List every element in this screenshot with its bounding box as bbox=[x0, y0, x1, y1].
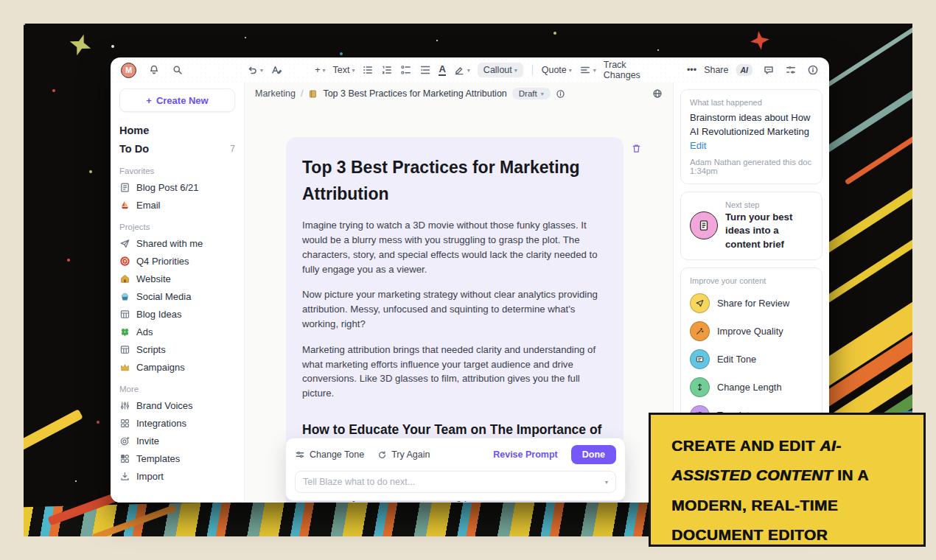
comments-icon[interactable] bbox=[763, 64, 775, 76]
revise-prompt-button[interactable]: Revise Prompt bbox=[493, 449, 558, 460]
delete-block-icon[interactable] bbox=[631, 143, 642, 154]
sidebar-item-website[interactable]: Website bbox=[119, 270, 235, 287]
more-options-icon[interactable]: ••• bbox=[687, 65, 696, 75]
undo-button[interactable]: ▾ bbox=[246, 64, 263, 76]
cupcake-icon bbox=[119, 291, 130, 302]
improve-item-improve-quality[interactable]: Improve Quality bbox=[690, 321, 813, 341]
info-icon[interactable] bbox=[556, 89, 565, 99]
bullet-list-icon[interactable] bbox=[362, 64, 374, 76]
sidebar-item-import[interactable]: Import bbox=[119, 467, 235, 485]
doc-paragraph[interactable]: Marketing attribution brings that needed… bbox=[302, 343, 607, 401]
house-icon bbox=[119, 273, 130, 284]
workspace-logo[interactable]: M bbox=[121, 63, 136, 78]
document-area: Marketing / Top 3 Best Practices for Mar… bbox=[245, 83, 673, 503]
caption-box: CREATE AND EDIT AI-ASSISTED CONTENT IN A… bbox=[649, 413, 926, 547]
table-icon bbox=[119, 309, 130, 320]
track-changes-button[interactable]: Track Changes bbox=[604, 60, 661, 80]
text-color-button[interactable]: A bbox=[439, 64, 445, 76]
sidebar-item-q4-priorities[interactable]: Q4 Priorities bbox=[119, 252, 235, 270]
search-icon[interactable] bbox=[172, 64, 184, 76]
tone-sliders-icon bbox=[295, 449, 305, 460]
projects-section-label: Projects bbox=[119, 223, 235, 231]
ai-panel-icon[interactable]: AI bbox=[736, 64, 753, 76]
status-badge[interactable]: Draft▾ bbox=[512, 88, 551, 99]
align-dropdown[interactable]: ▾ bbox=[579, 64, 596, 76]
insert-block-button[interactable]: +▾ bbox=[315, 65, 325, 75]
share-button[interactable]: Share bbox=[704, 65, 728, 75]
sidebar-item-email[interactable]: Email bbox=[119, 196, 235, 214]
next-step-title: Turn your best ideas into a content brie… bbox=[725, 211, 813, 251]
tasks-icon[interactable] bbox=[785, 64, 797, 76]
next-step-card[interactable]: Next step Turn your best ideas into a co… bbox=[680, 192, 823, 260]
last-happened-meta: Adam Nathan generated this doc 1:34pm bbox=[690, 158, 813, 175]
change-length-icon bbox=[690, 377, 710, 397]
favorites-section-label: Favorites bbox=[119, 167, 235, 175]
info-icon[interactable] bbox=[807, 64, 819, 76]
import-icon bbox=[119, 471, 130, 482]
grid-icon bbox=[119, 418, 130, 429]
document-canvas[interactable]: Top 3 Best Practices for Marketing Attri… bbox=[245, 105, 673, 503]
logo-letter: M bbox=[125, 66, 132, 74]
sidebar-item-integrations[interactable]: Integrations bbox=[119, 414, 235, 432]
improve-item-edit-tone[interactable]: Edit Tone bbox=[690, 349, 813, 369]
bell-icon[interactable] bbox=[148, 64, 160, 76]
paper-plane-icon bbox=[119, 238, 130, 249]
globe-icon[interactable] bbox=[652, 88, 663, 99]
improve-item-share-for-review[interactable]: Share for Review bbox=[690, 293, 813, 313]
checklist-icon[interactable] bbox=[400, 64, 412, 76]
improve-item-change-length[interactable]: Change Length bbox=[690, 377, 813, 397]
doc-paragraph[interactable]: Imagine trying to watch a 3D movie witho… bbox=[302, 218, 607, 276]
numbered-list-icon[interactable] bbox=[381, 64, 393, 76]
comic-streak bbox=[24, 409, 83, 456]
sidebar-item-todo[interactable]: To Do7 bbox=[119, 139, 235, 158]
next-step-label: Next step bbox=[725, 200, 813, 209]
sidebar-item-brand-voices[interactable]: Brand Voices bbox=[119, 396, 235, 414]
last-happened-label: What last happened bbox=[690, 98, 813, 107]
sidebar-item-campaigns[interactable]: Campaigns bbox=[119, 358, 235, 376]
ai-prompt-input[interactable] bbox=[303, 477, 604, 487]
notebook-icon bbox=[308, 89, 318, 99]
sidebar-item-scripts[interactable]: Scripts bbox=[119, 340, 235, 358]
last-happened-card: What last happened Brainstorm ideas abou… bbox=[680, 89, 823, 184]
toolbar-divider bbox=[532, 65, 533, 75]
sidebar-item-blog-post[interactable]: Blog Post 6/21 bbox=[119, 178, 235, 196]
indent-list-icon[interactable] bbox=[419, 64, 431, 76]
doc-paragraph[interactable]: Now picture your marketing strategy with… bbox=[302, 287, 607, 331]
chevron-down-icon[interactable]: ▾ bbox=[605, 479, 608, 486]
callout-dropdown[interactable]: Callout▾ bbox=[478, 63, 523, 77]
create-new-button[interactable]: + Create New bbox=[119, 88, 235, 112]
doc-title[interactable]: Top 3 Best Practices for Marketing Attri… bbox=[302, 155, 607, 207]
toolbar: M ▾ +▾ Text▾ A ▾ Callout▾ Quote▾ ▾ Track… bbox=[111, 57, 829, 83]
sidebar-item-invite[interactable]: Invite bbox=[119, 432, 235, 449]
highlighter-button[interactable]: ▾ bbox=[453, 64, 470, 76]
try-again-button[interactable]: Try Again bbox=[377, 449, 430, 460]
sidebar-item-social-media[interactable]: Social Media bbox=[119, 287, 235, 305]
comic-streak bbox=[823, 77, 912, 155]
sidebar-item-ads[interactable]: Ads bbox=[119, 323, 235, 340]
invite-icon bbox=[119, 435, 130, 447]
document-icon bbox=[119, 182, 130, 193]
refresh-icon bbox=[377, 450, 387, 460]
templates-icon bbox=[119, 453, 130, 464]
sidebar-item-home[interactable]: Home bbox=[119, 121, 235, 139]
quote-dropdown[interactable]: Quote▾ bbox=[542, 65, 572, 75]
caption-text: CREATE AND EDIT bbox=[671, 437, 820, 454]
ai-prompt-field[interactable]: ▾ bbox=[295, 471, 616, 493]
change-tone-button[interactable]: Change Tone bbox=[295, 449, 364, 460]
breadcrumb-project[interactable]: Marketing bbox=[255, 88, 296, 99]
breadcrumb: Marketing / Top 3 Best Practices for Mar… bbox=[245, 83, 673, 105]
breadcrumb-doc-title[interactable]: Top 3 Best Practices for Marketing Attri… bbox=[323, 88, 506, 99]
done-button[interactable]: Done bbox=[571, 445, 616, 464]
edit-link[interactable]: Edit bbox=[690, 140, 706, 151]
create-new-label: Create New bbox=[156, 95, 209, 106]
breadcrumb-separator: / bbox=[301, 88, 303, 99]
starfield bbox=[24, 24, 25, 25]
sidebar-item-blog-ideas[interactable]: Blog Ideas bbox=[119, 305, 235, 323]
todo-count-badge: 7 bbox=[230, 144, 235, 154]
sidebar-item-templates[interactable]: Templates bbox=[119, 449, 235, 467]
text-style-icon[interactable] bbox=[270, 64, 282, 76]
text-type-dropdown[interactable]: Text▾ bbox=[333, 65, 355, 75]
sidebar-item-shared-with-me[interactable]: Shared with me bbox=[119, 234, 235, 252]
ai-assist-popup: Change Tone Try Again Revise Prompt Done… bbox=[285, 438, 626, 501]
edit-tone-icon bbox=[690, 349, 710, 369]
